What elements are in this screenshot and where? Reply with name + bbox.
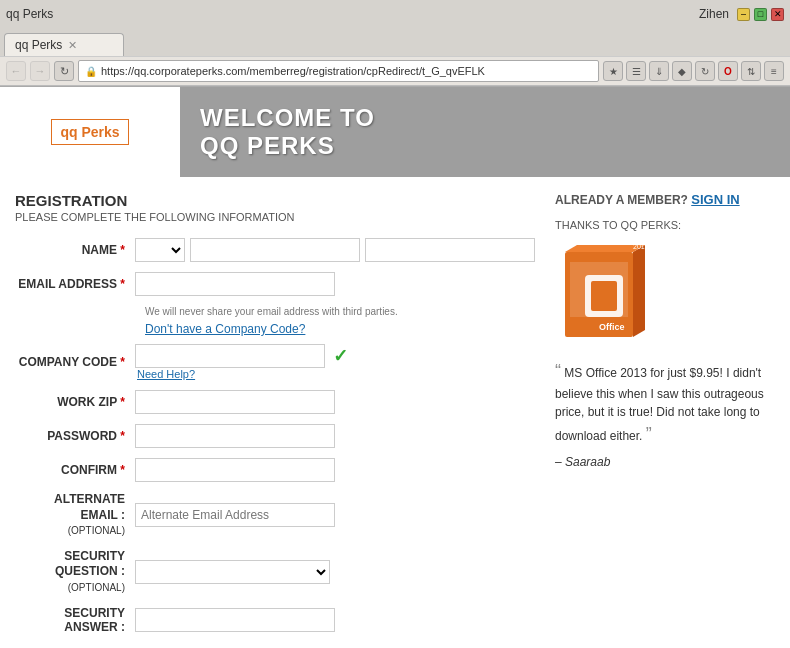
name-title-select[interactable]: Mr. Mrs. Ms. Dr. (135, 238, 185, 262)
confirm-row: CONFIRM * (15, 458, 535, 482)
alt-email-field (135, 503, 535, 527)
company-code-label: COMPANY CODE * (15, 355, 135, 369)
svg-marker-1 (633, 245, 645, 337)
welcome-line2: QQ PERKS (200, 132, 375, 160)
refresh-button[interactable]: ↻ (54, 61, 74, 81)
alt-email-input[interactable] (135, 503, 335, 527)
svg-text:Office: Office (599, 322, 625, 332)
reg-title: REGISTRATION (15, 192, 535, 209)
work-zip-label: WORK ZIP * (15, 395, 135, 409)
already-member-text: ALREADY A MEMBER? SIGN IN (555, 192, 775, 207)
browser-tab[interactable]: qq Perks ✕ (4, 33, 124, 56)
security-answer-row: SECURITY ANSWER : (15, 606, 535, 634)
security-question-row: SECURITY QUESTION : (OPTIONAL) What is y… (15, 549, 535, 596)
security-answer-input[interactable] (135, 608, 335, 632)
name-label: NAME * (15, 243, 135, 257)
site-header: qq Perks WELCOME TO QQ PERKS (0, 87, 790, 177)
reader-icon[interactable]: ☰ (626, 61, 646, 81)
svg-rect-5 (591, 281, 617, 311)
work-zip-input[interactable] (135, 390, 335, 414)
email-note: We will never share your email address w… (145, 306, 535, 317)
security-question-optional: (OPTIONAL) (68, 582, 125, 593)
email-label: EMAIL ADDRESS * (15, 277, 135, 291)
logo: qq Perks (51, 119, 128, 145)
name-required: * (117, 243, 125, 257)
header-title-area: WELCOME TO QQ PERKS (180, 89, 395, 175)
menu-icon[interactable]: ≡ (764, 61, 784, 81)
close-button[interactable]: ✕ (771, 8, 784, 21)
sign-in-link[interactable]: SIGN IN (691, 192, 739, 207)
email-field-area (135, 272, 535, 296)
name-row: NAME * Mr. Mrs. Ms. Dr. (15, 238, 535, 262)
no-company-code-link[interactable]: Don't have a Company Code? (145, 322, 535, 336)
office-product-svg: Office 2013 (555, 237, 655, 347)
restore-button[interactable]: □ (754, 8, 767, 21)
alt-email-row: ALTERNATE EMAIL : (OPTIONAL) (15, 492, 535, 539)
svg-text:2013: 2013 (633, 243, 649, 250)
confirm-field (135, 458, 535, 482)
work-zip-row: WORK ZIP * (15, 390, 535, 414)
confirm-label: CONFIRM * (15, 463, 135, 477)
open-quote: “ (555, 361, 561, 381)
page-content: qq Perks WELCOME TO QQ PERKS REGISTRATIO… (0, 87, 790, 648)
confirm-input[interactable] (135, 458, 335, 482)
need-help-link[interactable]: Need Help? (137, 368, 348, 380)
main-layout: REGISTRATION PLEASE COMPLETE THE FOLLOWI… (0, 177, 790, 648)
forward-button[interactable]: → (30, 61, 50, 81)
logo-area: qq Perks (0, 87, 180, 177)
security-answer-label: SECURITY ANSWER : (15, 606, 135, 634)
alt-email-label: ALTERNATE EMAIL : (OPTIONAL) (15, 492, 135, 539)
lock-icon: 🔒 (85, 66, 97, 77)
security-question-label: SECURITY QUESTION : (OPTIONAL) (15, 549, 135, 596)
security-answer-field (135, 608, 535, 632)
security-question-select[interactable]: What is your mother's maiden name? What … (135, 560, 330, 584)
close-quote: ” (646, 424, 652, 444)
user-label: Zihen (699, 7, 729, 21)
reg-subtitle: PLEASE COMPLETE THE FOLLOWING INFORMATIO… (15, 211, 535, 223)
password-input[interactable] (135, 424, 335, 448)
sidebar: ALREADY A MEMBER? SIGN IN THANKS TO QQ P… (555, 192, 775, 644)
testimonial-author: – Saaraab (555, 453, 775, 471)
first-name-input[interactable] (190, 238, 360, 262)
registration-form-area: REGISTRATION PLEASE COMPLETE THE FOLLOWI… (15, 192, 535, 644)
checkmark-icon: ✓ (333, 345, 348, 367)
history-icon[interactable]: ↻ (695, 61, 715, 81)
email-input[interactable] (135, 272, 335, 296)
company-code-col: qq56 ✓ Need Help? (135, 344, 348, 380)
tab-title: qq Perks (15, 38, 62, 52)
tab-close-icon[interactable]: ✕ (68, 39, 77, 52)
minimize-button[interactable]: – (737, 8, 750, 21)
security-question-field: What is your mother's maiden name? What … (135, 560, 535, 584)
testimonial-text: MS Office 2013 for just $9.95! I didn't … (555, 366, 764, 443)
shield-icon[interactable]: ◆ (672, 61, 692, 81)
testimonial-area: “ MS Office 2013 for just $9.95! I didn'… (555, 358, 775, 471)
alt-email-optional: (OPTIONAL) (68, 525, 125, 536)
download-icon[interactable]: ⇓ (649, 61, 669, 81)
opera-icon[interactable]: O (718, 61, 738, 81)
url-text: https://qq.corporateperks.com/memberreg/… (101, 65, 485, 77)
sync-icon[interactable]: ⇅ (741, 61, 761, 81)
email-row: EMAIL ADDRESS * (15, 272, 535, 296)
password-field (135, 424, 535, 448)
name-fields: Mr. Mrs. Ms. Dr. (135, 238, 535, 262)
password-label: PASSWORD * (15, 429, 135, 443)
last-name-input[interactable] (365, 238, 535, 262)
work-zip-field (135, 390, 535, 414)
back-button[interactable]: ← (6, 61, 26, 81)
password-row: PASSWORD * (15, 424, 535, 448)
company-code-row: COMPANY CODE * qq56 ✓ Need Help? (15, 344, 535, 380)
thanks-text: THANKS TO QQ PERKS: (555, 219, 775, 231)
welcome-line1: WELCOME TO (200, 104, 375, 132)
product-image-area: Office 2013 (555, 237, 775, 350)
browser-title: qq Perks (6, 7, 53, 21)
address-bar[interactable]: 🔒 https://qq.corporateperks.com/memberre… (78, 60, 599, 82)
company-code-input[interactable]: qq56 (135, 344, 325, 368)
bookmark-star-icon[interactable]: ★ (603, 61, 623, 81)
